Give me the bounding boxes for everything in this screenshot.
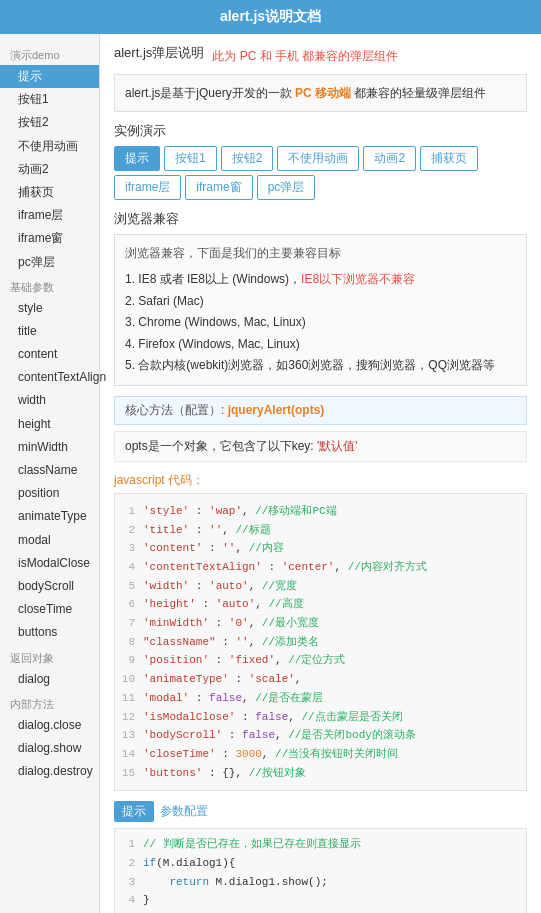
browser-compat-box: 浏览器兼容，下面是我们的主要兼容目标 1. IE8 或者 IE8以上 (Wind…	[114, 234, 527, 386]
desc-text-after: 都兼容的轻量级弹层组件	[351, 86, 486, 100]
code-line-7: 7 'minWidth' : '0', //最小宽度	[121, 614, 520, 633]
sidebar-param-bodyscroll[interactable]: bodyScroll	[0, 575, 99, 598]
sidebar-param-minwidth[interactable]: minWidth	[0, 436, 99, 459]
sidebar-param-buttons[interactable]: buttons	[0, 621, 99, 644]
demo-btn-capture[interactable]: 捕获页	[420, 146, 478, 171]
demo-btn-iframe-win[interactable]: iframe窗	[185, 175, 252, 200]
sidebar-param-content[interactable]: content	[0, 343, 99, 366]
demo-btn-no-anim[interactable]: 不使用动画	[277, 146, 359, 171]
sidebar-param-style[interactable]: style	[0, 297, 99, 320]
code-line-3: 3 'content' : '', //内容	[121, 539, 520, 558]
core-method-name: jqueryAlert(opts)	[228, 403, 325, 417]
code-line-14: 14 'closeTime' : 3000, //当没有按钮时关闭时间	[121, 745, 520, 764]
opts-desc-text: opts是一个对象，它包含了以下key:	[125, 439, 317, 453]
sidebar-method-show[interactable]: dialog.show	[0, 737, 99, 760]
code-line-6: 6 'height' : 'auto', //高度	[121, 595, 520, 614]
code-line-9: 9 'position' : 'fixed', //定位方式	[121, 651, 520, 670]
ie-warn-text: IE8以下浏览器不兼容	[301, 272, 415, 286]
js-label-text: javascript 代码：	[114, 473, 204, 487]
demo-btn-btn2[interactable]: 按钮2	[221, 146, 274, 171]
code-line-5: 5 'width' : 'auto', //宽度	[121, 577, 520, 596]
sidebar-section-basic: 基础参数	[0, 274, 99, 297]
header-title: alert.js说明文档	[220, 8, 321, 24]
sidebar-item-no-anim[interactable]: 不使用动画	[0, 135, 99, 158]
page-header: alert.js说明文档	[0, 0, 541, 34]
demo-buttons-row: 提示 按钮1 按钮2 不使用动画 动画2 捕获页 iframe层 iframe窗…	[114, 146, 527, 200]
demo-btn-iframe-layer[interactable]: iframe层	[114, 175, 181, 200]
sidebar-section-methods: 内部方法	[0, 691, 99, 714]
code-line-10: 10 'animateType' : 'scale',	[121, 670, 520, 689]
sidebar-item-pc-layer[interactable]: pc弹层	[0, 251, 99, 274]
example-label: 实例演示	[114, 122, 527, 140]
desc-pc: PC 移动端	[295, 86, 351, 100]
sidebar-item-btn1[interactable]: 按钮1	[0, 88, 99, 111]
compat-desc: 浏览器兼容，下面是我们的主要兼容目标	[125, 243, 516, 265]
code-line-8: 8 "className" : '', //添加类名	[121, 633, 520, 652]
browser-compat-title: 浏览器兼容	[114, 210, 527, 228]
js-code-label: javascript 代码：	[114, 472, 527, 489]
code-line-12: 12 'isModalClose' : false, //点击蒙层是否关闭	[121, 708, 520, 727]
core-method-label: 核心方法（配置）:	[125, 403, 228, 417]
code-line-11: 11 'modal' : false, //是否在蒙层	[121, 689, 520, 708]
tip-code-1: 1 // 判断是否已存在，如果已存在则直接显示	[121, 835, 520, 854]
sidebar-param-contenttextalign[interactable]: contentTextAlign	[0, 366, 99, 389]
sidebar-param-closetime[interactable]: closeTime	[0, 598, 99, 621]
desc-text-before: alert.js是基于jQuery开发的一款	[125, 86, 295, 100]
sidebar-item-btn2[interactable]: 按钮2	[0, 111, 99, 134]
demo-btn-pc[interactable]: pc弹层	[257, 175, 316, 200]
code-line-1: 1 'style' : 'wap', //移动端和PC端	[121, 502, 520, 521]
opts-default-val: '默认值'	[317, 439, 358, 453]
sidebar-item-anim2[interactable]: 动画2	[0, 158, 99, 181]
demo-btn-tip[interactable]: 提示	[114, 146, 160, 171]
code-line-15: 15 'buttons' : {}, //按钮对象	[121, 764, 520, 783]
sidebar-param-animatetype[interactable]: animateType	[0, 505, 99, 528]
sidebar: 演示demo 提示 按钮1 按钮2 不使用动画 动画2 捕获页 iframe层 …	[0, 34, 100, 913]
opts-desc: opts是一个对象，它包含了以下key: '默认值'	[114, 431, 527, 462]
compat-chrome: 3. Chrome (Windows, Mac, Linux)	[125, 312, 516, 334]
demo-btn-btn1[interactable]: 按钮1	[164, 146, 217, 171]
sidebar-param-position[interactable]: position	[0, 482, 99, 505]
compat-safari: 2. Safari (Mac)	[125, 291, 516, 313]
sidebar-item-tip[interactable]: 提示	[0, 65, 99, 88]
code-line-4: 4 'contentTextAlign' : 'center', //内容对齐方…	[121, 558, 520, 577]
sidebar-param-height[interactable]: height	[0, 413, 99, 436]
sidebar-item-capture[interactable]: 捕获页	[0, 181, 99, 204]
tip-section: 提示 参数配置 1 // 判断是否已存在，如果已存在则直接显示 2 if(M.d…	[114, 801, 527, 913]
core-method-bar: 核心方法（配置）: jqueryAlert(opts)	[114, 396, 527, 425]
tip-code-3: 3 return M.dialog1.show();	[121, 873, 520, 892]
sidebar-param-classname[interactable]: className	[0, 459, 99, 482]
tip-code-block: 1 // 判断是否已存在，如果已存在则直接显示 2 if(M.dialog1){…	[114, 828, 527, 913]
main-code-block: 1 'style' : 'wap', //移动端和PC端 2 'title' :…	[114, 493, 527, 791]
tip-code-4: 4 }	[121, 891, 520, 910]
sidebar-param-width[interactable]: width	[0, 389, 99, 412]
demo-btn-anim2[interactable]: 动画2	[363, 146, 416, 171]
compat-firefox: 4. Firefox (Windows, Mac, Linux)	[125, 334, 516, 356]
sidebar-item-iframe-win[interactable]: iframe窗	[0, 227, 99, 250]
sidebar-param-modal[interactable]: modal	[0, 529, 99, 552]
main-page-title: alert.js弹层说明	[114, 44, 204, 62]
tip-title-bar: 提示 参数配置	[114, 801, 527, 822]
sidebar-item-iframe-layer[interactable]: iframe层	[0, 204, 99, 227]
main-desc-box: alert.js是基于jQuery开发的一款 PC 移动端 都兼容的轻量级弹层组…	[114, 74, 527, 112]
main-content: alert.js弹层说明 此为 PC 和 手机 都兼容的弹层组件 alert.j…	[100, 34, 541, 913]
sidebar-param-title[interactable]: title	[0, 320, 99, 343]
tip-param-config: 参数配置	[160, 803, 208, 820]
sidebar-return-dialog[interactable]: dialog	[0, 668, 99, 691]
sidebar-param-ismodalclose[interactable]: isModalClose	[0, 552, 99, 575]
tip-badge: 提示	[114, 801, 154, 822]
main-title-highlight: 此为 PC 和 手机 都兼容的弹层组件	[212, 48, 398, 65]
sidebar-section-demo: 演示demo	[0, 42, 99, 65]
sidebar-method-close[interactable]: dialog.close	[0, 714, 99, 737]
code-line-2: 2 'title' : '', //标题	[121, 521, 520, 540]
compat-ie: 1. IE8 或者 IE8以上 (Windows)，IE8以下浏览器不兼容	[125, 269, 516, 291]
compat-webkit: 5. 合款内核(webkit)浏览器，如360浏览器，搜狗浏览器，QQ浏览器等	[125, 355, 516, 377]
code-line-13: 13 'bodyScroll' : false, //是否关闭body的滚动条	[121, 726, 520, 745]
sidebar-section-return: 返回对象	[0, 645, 99, 668]
sidebar-method-destroy[interactable]: dialog.destroy	[0, 760, 99, 783]
tip-code-2: 2 if(M.dialog1){	[121, 854, 520, 873]
